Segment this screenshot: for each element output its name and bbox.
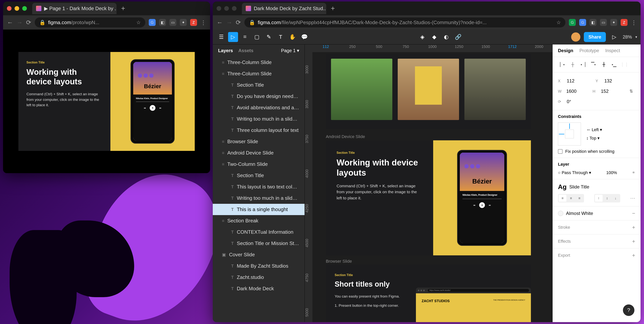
link-icon[interactable]: 🔗 [453,32,463,42]
bookmark-icon[interactable]: ☆ [556,20,561,26]
layer-item[interactable]: TCONTEXTual Information [213,226,304,238]
align-hcenter-icon[interactable]: ┼ [568,61,577,68]
reload-button[interactable]: ⟳ [26,19,31,26]
distribute-icon[interactable]: ⋮⋮ [620,61,629,68]
align-top-icon[interactable]: ▔▪ [589,61,598,68]
zoom-level[interactable]: 28% [623,34,632,40]
blend-mode-select[interactable]: ○ Pass Through ▾ [558,170,591,175]
browser-menu-icon[interactable]: ⋮ [631,19,637,26]
constrain-proportions-icon[interactable]: ⇅ [627,88,636,95]
extension-icon[interactable]: ▭ [170,19,176,26]
translate-extension-icon[interactable]: G [149,19,156,26]
x-field[interactable]: 112 [567,78,592,84]
text-style-name[interactable]: Slide Title [569,184,589,190]
move-tool[interactable]: ▷ [228,32,238,42]
close-window-button[interactable] [7,6,12,11]
layer-item[interactable]: TZacht.studio [213,272,304,283]
maximize-window-button[interactable] [22,6,27,11]
layer-item[interactable]: TThis layout is two text column... [213,181,304,192]
comment-tool[interactable]: 💬 [300,32,309,42]
profile-avatar[interactable]: Z [620,19,628,26]
layer-item[interactable]: TDark Mode Deck [213,283,304,294]
present-button[interactable]: ▷ [609,32,619,42]
profile-avatar[interactable]: Z [190,19,197,26]
text-align-center-icon[interactable]: ≡ [567,195,575,202]
browser-menu-icon[interactable]: ⋮ [200,19,206,26]
fill-color-name[interactable]: Almost White [566,211,593,216]
text-align-right-icon[interactable]: ≡ [576,195,583,202]
mask-icon[interactable]: ◆ [429,32,439,42]
prototype-tab[interactable]: Prototype [580,48,599,53]
fill-color-swatch[interactable] [558,211,563,216]
boolean-icon[interactable]: ◐ [441,32,451,42]
component-icon[interactable]: ◈ [418,32,428,42]
add-export-icon[interactable]: + [632,252,635,258]
frame-label[interactable]: Browser Slide [326,259,352,264]
layer-item[interactable]: TSection Title or Mission State... [213,238,304,249]
layer-item[interactable]: TThis is a single thought [213,204,304,215]
extensions-menu-icon[interactable]: ✦ [180,19,187,26]
hand-tool[interactable]: ✋ [288,32,298,42]
browser-tab[interactable]: Dark Mode Deck by Zacht Stud... ✕ [242,3,326,14]
layer-item[interactable]: TWriting too much in a slide de... [213,192,304,204]
text-align-top-icon[interactable]: ↑ [595,195,602,202]
frame-label[interactable]: Android Device Slide [326,134,365,139]
page-selector[interactable]: Page 1 ▾ [281,48,299,53]
frame-android-device[interactable]: Section Title Working with device layout… [326,140,531,255]
text-align-left-icon[interactable]: ≡ [559,195,566,202]
align-left-icon[interactable]: ▏▪ [558,61,567,68]
align-bottom-icon[interactable]: ▪▁ [610,61,618,68]
text-options-icon[interactable]: ⋯ [630,195,635,201]
chevron-down-icon[interactable]: ▾ [636,35,637,39]
maximize-window-button[interactable] [232,6,236,11]
close-window-button[interactable] [216,6,221,11]
assets-tab[interactable]: Assets [238,48,254,53]
text-align-middle-icon[interactable]: ↕ [603,195,611,202]
minimize-window-button[interactable] [224,6,229,11]
layer-item[interactable]: TMade By Zacht Studios [213,260,304,272]
w-field[interactable]: 1600 [566,88,588,94]
frame-browser-slide[interactable]: Section Title Short titles only You can … [326,264,531,322]
browser-tab[interactable]: ▶ Page 1 - Dark Mode Deck by ... ✕ [32,3,116,14]
new-tab-button[interactable]: + [331,4,335,12]
back-button[interactable]: ← [7,19,13,26]
shape-tool[interactable]: ▢ [252,32,262,42]
forward-button[interactable]: → [226,19,232,26]
remove-fill-icon[interactable]: − [632,210,635,216]
reload-button[interactable]: ⟳ [236,19,241,26]
layers-tab[interactable]: Layers [218,48,233,53]
frame-tool[interactable]: ⌗ [240,32,250,42]
opacity-field[interactable]: 100% [606,170,617,175]
visibility-icon[interactable]: 👁 [632,171,635,174]
align-vcenter-icon[interactable]: ╋ [599,61,608,68]
extension-icon[interactable]: ◧ [590,19,596,26]
pen-tool[interactable]: ✎ [264,32,274,42]
layer-item[interactable]: TAvoid abbreviations and acron... [213,102,304,113]
minimize-window-button[interactable] [14,6,19,11]
layer-item[interactable]: TSection Title [213,79,304,91]
main-menu-button[interactable]: ☰ [216,32,226,42]
layer-item[interactable]: TDo you have design needs for... [213,91,304,102]
layer-item[interactable]: ⌗Two-Column Slide [213,158,304,170]
add-effect-icon[interactable]: + [632,238,635,244]
layer-item[interactable]: TSection Title [213,170,304,181]
inspect-tab[interactable]: Inspect [605,48,620,53]
collaborator-avatar[interactable] [571,32,580,42]
help-button[interactable]: ? [623,304,634,316]
canvas[interactable]: 11225050075010001250150017122000 3000350… [305,44,552,322]
design-tab[interactable]: Design [558,48,573,53]
forward-button[interactable]: → [16,19,22,26]
layer-item[interactable]: ▣Cover Slide [213,249,304,260]
constraint-diagram[interactable] [558,122,581,146]
text-align-bottom-icon[interactable]: ↓ [612,195,620,202]
layer-item[interactable]: ⌗Three-Column Slide [213,68,304,79]
omnibox[interactable]: 🔒 figma.com /proto/wpN... ☆ [35,18,145,28]
extensions-menu-icon[interactable]: ✦ [610,19,617,26]
y-field[interactable]: 132 [604,78,629,84]
layer-item[interactable]: ⌗Section Break [213,215,304,226]
rotation-field[interactable]: 0° [567,99,592,104]
translate-extension-icon[interactable]: G [579,19,586,26]
fix-position-checkbox[interactable] [558,149,562,154]
omnibox[interactable]: 🔒 figma.com /file/wpNPespplxt44cpHfMJBAC… [244,18,566,28]
constraint-vertical[interactable]: ↕ Top ▾ [586,136,602,141]
